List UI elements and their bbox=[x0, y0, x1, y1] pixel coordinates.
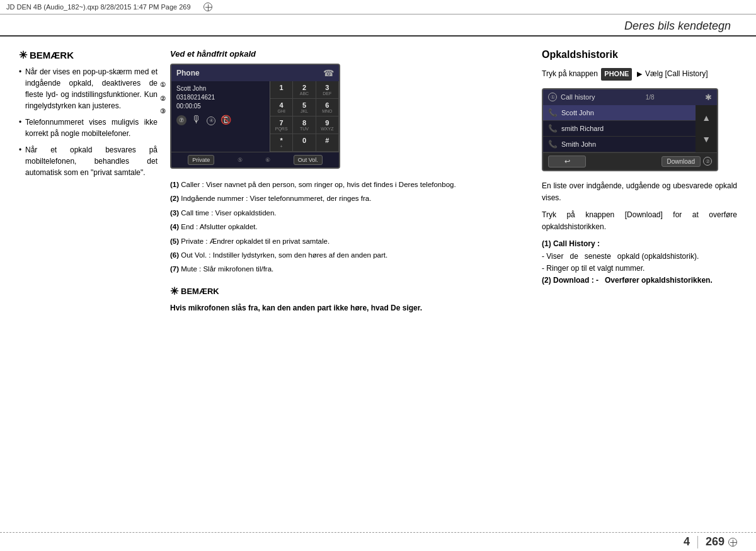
ch-header-left: ① Call history bbox=[548, 93, 595, 101]
ch-header: ① Call history 1/8 ✱ bbox=[543, 89, 717, 105]
ch-circle-1: ① bbox=[548, 93, 557, 101]
numpad: 1 2ABC 3DEF 4GHI 5JKL 6MNO 7PQRS 8TUV 9W… bbox=[270, 81, 339, 152]
numpad-key-7[interactable]: 7PQRS bbox=[270, 116, 293, 134]
right-annot-2: (2) Download : - Overfører opkaldshistor… bbox=[542, 275, 737, 287]
ch-name-3: Smith John bbox=[561, 140, 690, 148]
annot-row-2: (2) Indgående nummer : Viser telefon­num… bbox=[170, 193, 529, 204]
out-vol-button[interactable]: Out Vol. bbox=[294, 155, 323, 165]
page-footer: 4 269 bbox=[0, 532, 756, 551]
intro-para: Tryk på knappen PHONE ▶ Vælg [Call Histo… bbox=[542, 68, 737, 81]
circle-4-icon: ④ bbox=[207, 116, 215, 125]
numpad-key-3[interactable]: 3DEF bbox=[316, 81, 339, 99]
asterisk-icon: ✳ bbox=[19, 49, 27, 61]
main-content: ✳ BEMÆRK Når der vises en pop-up-skærm m… bbox=[0, 37, 756, 512]
phone-call-icon: ☎ bbox=[323, 68, 334, 78]
ch-call-history-label: Call history bbox=[561, 93, 595, 101]
annot-row-6: (6) Out Vol. : Indstiller lydstyrken, so… bbox=[170, 249, 529, 261]
annot-row-5: (5) Private : Ændrer opkaldet til en pri… bbox=[170, 236, 529, 247]
numpad-key-6[interactable]: 6MNO bbox=[316, 99, 339, 116]
right-para-2: Tryk på knappen [Download] for at overfø… bbox=[542, 209, 737, 233]
download-area: Download ② bbox=[662, 156, 712, 167]
annot-row-4: (4) End : Afslutter opkaldet. bbox=[170, 221, 529, 232]
number-row: 03180214621 bbox=[176, 94, 265, 101]
numpad-key-2[interactable]: 2ABC bbox=[293, 81, 316, 99]
list-item: Når der vises en pop-up-skærm med et ind… bbox=[19, 66, 158, 111]
right-column: Opkaldshistorik Tryk på knappen PHONE ▶ … bbox=[542, 49, 737, 499]
download-button[interactable]: Download bbox=[662, 156, 701, 167]
footer-right: 4 269 bbox=[684, 535, 737, 548]
right-annot-1-item-2: - Ringer op til et valgt nummer. bbox=[542, 263, 737, 275]
bemærk-list: Når der vises en pop-up-skærm med et ind… bbox=[19, 66, 158, 178]
page-title: Deres bils kendetegn bbox=[0, 14, 756, 37]
mute-icon: 🎙 bbox=[192, 114, 202, 125]
intro-text-1: Tryk på knappen bbox=[542, 69, 598, 78]
time-row: 00:00:05 bbox=[176, 103, 265, 110]
intro-text-2: Vælg [Call History] bbox=[645, 69, 707, 78]
numpad-key-0[interactable]: 0 bbox=[293, 134, 316, 152]
arrow-icon: ▶ bbox=[637, 69, 642, 80]
opkalds-title: Opkaldshistorik bbox=[542, 49, 737, 60]
ch-name-1: Scott John bbox=[561, 109, 690, 116]
right-annot-1-title: (1) Call History : bbox=[542, 239, 600, 248]
section-title: Ved et håndfrit opkald bbox=[170, 49, 529, 59]
bluetooth-icon: ✱ bbox=[705, 93, 712, 102]
list-item: Når et opkald besvares på mobiltelefonen… bbox=[19, 144, 158, 178]
ch-footer: ↩ Download ② bbox=[543, 152, 717, 170]
private-button[interactable]: Private bbox=[188, 155, 214, 165]
circle-5-label: ⑤ bbox=[238, 157, 243, 163]
phone-body: Scott John 03180214621 00:00:05 ⑦ bbox=[171, 81, 339, 152]
page-section: 4 bbox=[684, 535, 690, 548]
annotations: (1) Caller : Viser navnet på den person,… bbox=[170, 179, 529, 275]
ch-name-2: smith Richard bbox=[561, 125, 690, 132]
call-icon-1: 📞 bbox=[548, 108, 558, 117]
right-annot-1: (1) Call History : - Viser de seneste op… bbox=[542, 238, 737, 275]
numpad-key-star[interactable]: *+ bbox=[270, 134, 293, 152]
top-bar: JD DEN 4B (Audio_182~).qxp 8/28/2015 1:4… bbox=[0, 0, 756, 14]
call-history-screen: ① Call history 1/8 ✱ 📞 Scott John 📞 smit… bbox=[542, 88, 718, 171]
footer-divider bbox=[697, 536, 698, 548]
caller-name: Scott John bbox=[176, 85, 206, 92]
annot-row-3: (3) Call time : Viser opkaldstiden. bbox=[170, 207, 529, 219]
numpad-key-4[interactable]: 4GHI bbox=[270, 99, 293, 116]
numpad-key-1[interactable]: 1 bbox=[270, 81, 293, 99]
back-button[interactable]: ↩ bbox=[548, 156, 586, 168]
phone-controls: ⑦ 🎙 ④ 📵 bbox=[176, 113, 265, 125]
ch-row-smith-john[interactable]: 📞 Smith John bbox=[543, 137, 696, 152]
left-column: ✳ BEMÆRK Når der vises en pop-up-skærm m… bbox=[19, 49, 158, 499]
annot-row-7: (7) Mute : Slår mikrofonen til/fra. bbox=[170, 263, 529, 275]
phone-header: Phone ☎ bbox=[171, 65, 339, 81]
phone-screen-container: ① ② ③ Phone ☎ Scott John bbox=[170, 64, 340, 169]
phone-number: 03180214621 bbox=[176, 94, 215, 101]
bottom-bemærk-heading: ✳ BEMÆRK bbox=[170, 285, 529, 297]
scroll-up-button[interactable]: ▲ bbox=[698, 111, 714, 124]
asterisk-icon-2: ✳ bbox=[170, 285, 178, 297]
ch-row-smith-richard[interactable]: 📞 smith Richard bbox=[543, 121, 696, 137]
phone-bottom: Private ⑤ ⑥ Out Vol. bbox=[171, 152, 339, 168]
ch-row-scott-john[interactable]: 📞 Scott John bbox=[543, 105, 696, 121]
ch-rows-list: 📞 Scott John 📞 smith Richard 📞 Smith Joh… bbox=[543, 105, 696, 152]
right-annot-1-item-1: - Viser de seneste opkald (opkaldshistor… bbox=[542, 251, 737, 263]
footer-crosshair-icon bbox=[728, 538, 737, 547]
ch-circle-2: ② bbox=[703, 157, 712, 166]
numpad-key-5[interactable]: 5JKL bbox=[293, 99, 316, 116]
ch-scroll-col: ▲ ▼ bbox=[696, 105, 717, 152]
phone-screen: Phone ☎ Scott John 03180214621 00 bbox=[170, 64, 340, 169]
bottom-bemærk-text: Hvis mikrofonen slås fra, kan den anden … bbox=[170, 302, 529, 314]
bemærk-heading: ✳ BEMÆRK bbox=[19, 49, 158, 61]
numpad-key-9[interactable]: 9WXYZ bbox=[316, 116, 339, 134]
numpad-key-8[interactable]: 8TUV bbox=[293, 116, 316, 134]
middle-column: Ved et håndfrit opkald ① ② ③ Phone ☎ Sco… bbox=[170, 49, 529, 499]
phone-button-label: PHONE bbox=[601, 68, 632, 81]
scroll-down-button[interactable]: ▼ bbox=[698, 133, 714, 145]
numpad-key-hash[interactable]: # bbox=[316, 134, 339, 152]
bemærk-title-text: BEMÆRK bbox=[30, 50, 74, 60]
bottom-bemærk: ✳ BEMÆRK Hvis mikrofonen slås fra, kan d… bbox=[170, 285, 529, 314]
circle-6-label: ⑥ bbox=[265, 157, 270, 163]
circle-7-label: ⑦ bbox=[176, 113, 186, 125]
ch-rows-wrap: 📞 Scott John 📞 smith Richard 📞 Smith Joh… bbox=[543, 105, 717, 152]
crosshair-icon bbox=[203, 3, 212, 11]
page-number: 269 bbox=[706, 535, 724, 548]
call-icon-2: 📞 bbox=[548, 124, 558, 133]
bottom-bemærk-title: BEMÆRK bbox=[181, 287, 219, 296]
call-icon-3: 📞 bbox=[548, 140, 558, 149]
